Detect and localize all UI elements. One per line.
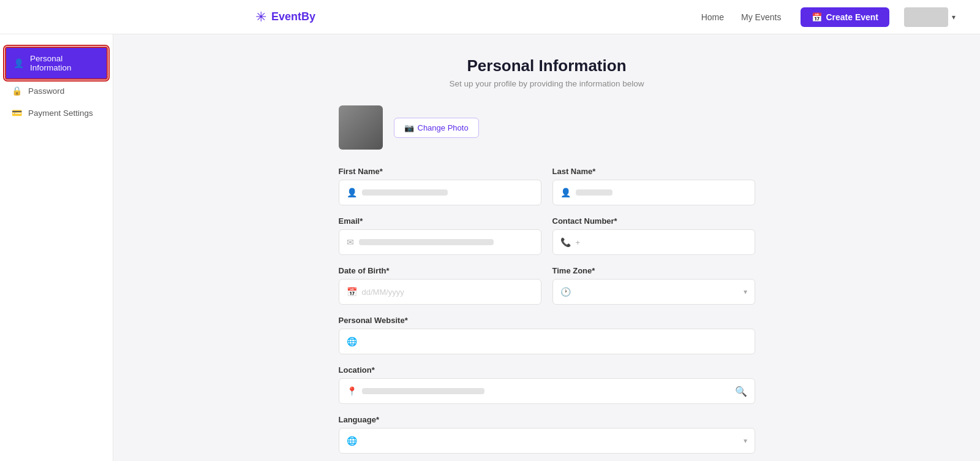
language-globe-icon: 🌐 xyxy=(347,436,357,446)
website-group: Personal Website* 🌐 xyxy=(339,316,755,354)
user-icon: 👤 xyxy=(13,58,24,68)
page-title: Personal Information xyxy=(138,56,956,75)
language-label: Language* xyxy=(339,415,755,424)
language-select-wrapper: 🌐 English French Spanish ▾ xyxy=(339,428,755,454)
profile-photo xyxy=(339,105,383,150)
nav-links: Home My Events xyxy=(701,12,782,22)
location-row: Location* 📍 🔍 xyxy=(339,365,755,404)
email-placeholder xyxy=(359,239,494,245)
last-name-group: Last Name* 👤 xyxy=(552,167,755,205)
form-container: 📷 Change Photo First Name* 👤 Last Name* xyxy=(339,105,755,454)
dob-timezone-row: Date of Birth* 📅 dd/MM/yyyy Time Zone* 🕐… xyxy=(339,266,755,305)
name-row: First Name* 👤 Last Name* 👤 xyxy=(339,167,755,205)
change-photo-button[interactable]: 📷 Change Photo xyxy=(394,118,479,138)
page-subtitle: Set up your profile by providing the inf… xyxy=(138,79,956,88)
sidebar-item-password[interactable]: 🔒 Password xyxy=(0,80,113,102)
calendar-icon: 📅 xyxy=(812,12,822,22)
globe-icon: 🌐 xyxy=(347,337,357,346)
first-name-label: First Name* xyxy=(339,167,541,176)
timezone-select[interactable]: UTC EST PST xyxy=(576,288,739,297)
person-icon-2: 👤 xyxy=(560,188,571,197)
logo: ✳ EventBy xyxy=(255,9,315,25)
dob-placeholder: dd/MM/yyyy xyxy=(362,288,404,297)
sidebar: 👤 Personal Information 🔒 Password 💳 Paym… xyxy=(0,34,113,461)
lock-icon: 🔒 xyxy=(12,86,22,96)
user-menu-button[interactable]: ▾ xyxy=(899,5,960,29)
dob-label: Date of Birth* xyxy=(339,266,541,275)
sidebar-item-personal-info[interactable]: 👤 Personal Information xyxy=(5,47,108,80)
first-name-group: First Name* 👤 xyxy=(339,167,541,205)
phone-icon: 📞 xyxy=(560,237,571,247)
dob-input-wrapper: 📅 dd/MM/yyyy xyxy=(339,279,541,305)
main-content: Personal Information Set up your profile… xyxy=(113,34,980,461)
email-input-wrapper: ✉ xyxy=(339,229,541,255)
pin-icon: 📍 xyxy=(347,386,357,396)
website-input-wrapper: 🌐 xyxy=(339,329,755,354)
language-chevron-icon: ▾ xyxy=(744,436,747,445)
contact-label: Contact Number* xyxy=(552,216,755,226)
contact-input-wrapper: 📞 + xyxy=(552,229,755,255)
last-name-input-wrapper: 👤 xyxy=(552,180,755,205)
calendar-icon-dob: 📅 xyxy=(347,287,357,297)
location-search-icon[interactable]: 🔍 xyxy=(735,386,747,397)
contact-group: Contact Number* 📞 + xyxy=(552,216,755,255)
website-label: Personal Website* xyxy=(339,316,755,325)
website-row: Personal Website* 🌐 xyxy=(339,316,755,354)
location-placeholder xyxy=(362,388,484,394)
layout: 👤 Personal Information 🔒 Password 💳 Paym… xyxy=(0,34,980,461)
timezone-label: Time Zone* xyxy=(552,266,755,275)
contact-row: Email* ✉ Contact Number* 📞 + xyxy=(339,216,755,255)
nav-home[interactable]: Home xyxy=(701,12,724,22)
location-label: Location* xyxy=(339,365,755,375)
timezone-group: Time Zone* 🕐 UTC EST PST ▾ xyxy=(552,266,755,305)
last-name-placeholder xyxy=(576,189,612,196)
email-label: Email* xyxy=(339,216,541,226)
sidebar-item-payment-settings[interactable]: 💳 Payment Settings xyxy=(0,102,113,124)
create-event-button[interactable]: 📅 Create Event xyxy=(801,7,889,27)
language-row: Language* 🌐 English French Spanish ▾ xyxy=(339,415,755,454)
chevron-down-icon: ▾ xyxy=(952,13,956,21)
timezone-select-wrapper: 🕐 UTC EST PST ▾ xyxy=(552,279,755,305)
clock-icon: 🕐 xyxy=(560,287,571,297)
photo-section: 📷 Change Photo xyxy=(339,105,755,150)
dob-group: Date of Birth* 📅 dd/MM/yyyy xyxy=(339,266,541,305)
timezone-chevron-icon: ▾ xyxy=(744,288,747,296)
navbar: ✳ EventBy Home My Events 📅 Create Event … xyxy=(0,0,980,34)
contact-plus: + xyxy=(576,238,581,247)
email-group: Email* ✉ xyxy=(339,216,541,255)
card-icon: 💳 xyxy=(12,108,22,118)
first-name-placeholder xyxy=(362,189,448,196)
last-name-label: Last Name* xyxy=(552,167,755,176)
website-input[interactable] xyxy=(362,337,747,346)
person-icon: 👤 xyxy=(347,188,357,197)
location-group: Location* 📍 🔍 xyxy=(339,365,755,404)
language-select[interactable]: English French Spanish xyxy=(362,436,739,446)
logo-text: EventBy xyxy=(271,10,315,23)
nav-my-events[interactable]: My Events xyxy=(741,12,781,22)
first-name-input-wrapper: 👤 xyxy=(339,180,541,205)
camera-icon: 📷 xyxy=(404,123,414,132)
logo-icon: ✳ xyxy=(255,9,266,25)
language-group: Language* 🌐 English French Spanish ▾ xyxy=(339,415,755,454)
user-avatar xyxy=(904,7,948,27)
envelope-icon: ✉ xyxy=(347,237,354,247)
location-input-wrapper: 📍 🔍 xyxy=(339,378,755,404)
